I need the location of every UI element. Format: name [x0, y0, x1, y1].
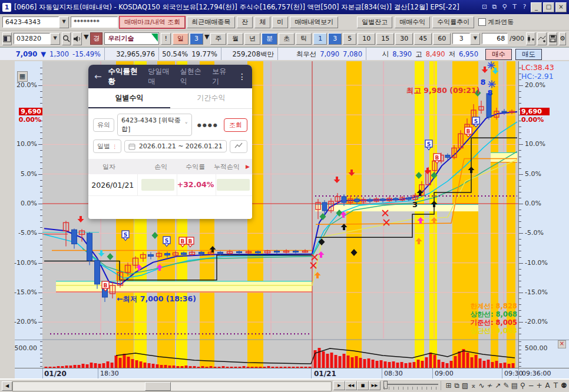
popup-menu-holding[interactable]: 보유기: [212, 67, 231, 87]
help-icon[interactable]: ?: [520, 2, 530, 12]
minute-10[interactable]: 10: [358, 33, 375, 45]
maximize-button[interactable]: □: [543, 2, 554, 12]
period-틱[interactable]: 틱: [296, 33, 312, 45]
dropdown-icon[interactable]: ▼: [204, 33, 209, 45]
password-input[interactable]: [71, 16, 118, 28]
cascade-windows-icon[interactable]: ⧉: [452, 381, 461, 390]
button-체[interactable]: 체: [254, 16, 270, 28]
duplicate-icon[interactable]: ⧉: [489, 2, 499, 12]
minute-15[interactable]: 15: [376, 33, 394, 45]
profit-rate-popup: ← 수익률현황 당일매매 실현손익 보유기 ⋮ 일별수익 기간수익 유의 642…: [88, 65, 252, 219]
scrollbar-thumb[interactable]: [145, 382, 171, 391]
bar-count-input[interactable]: [482, 33, 508, 44]
gear-icon[interactable]: ⚙: [559, 32, 566, 45]
button-일별잔고[interactable]: 일별잔고: [357, 16, 392, 28]
horizontal-line-tool-icon[interactable]: ⌅: [469, 381, 478, 390]
popup-account-select[interactable]: 6423-4343 [위탁종합] ˅: [117, 114, 192, 136]
chart-view-button[interactable]: [230, 140, 247, 153]
account-field[interactable]: 6423-4343: [2, 16, 59, 28]
account-combo[interactable]: 6423-4343 ▼: [2, 16, 69, 28]
button-잔[interactable]: 잔: [237, 16, 253, 28]
minute-3[interactable]: 3: [328, 33, 342, 45]
slope-tool-icon[interactable]: ↗: [494, 381, 502, 390]
account-dropdown-icon[interactable]: ▼: [59, 16, 69, 28]
table-row[interactable]: 2026/01/21 +32.04%: [88, 174, 252, 196]
period-주[interactable]: 주: [210, 33, 226, 45]
search-icon[interactable]: [62, 32, 71, 45]
tick-dropdown-icon[interactable]: ▼: [470, 33, 480, 45]
close-button[interactable]: ×: [555, 2, 567, 12]
pen-tool-icon[interactable]: ✎: [502, 381, 511, 390]
period-분[interactable]: 분: [262, 33, 277, 45]
kebab-menu-icon[interactable]: ⋮: [238, 72, 246, 81]
sell-button[interactable]: 매도: [515, 49, 542, 60]
speed-slider[interactable]: [384, 384, 438, 385]
export-image-icon[interactable]: ▤: [510, 381, 519, 390]
tab-period-profit[interactable]: 기간수익: [170, 88, 252, 108]
stock-name-field[interactable]: 우리기술: [104, 32, 159, 45]
period-3[interactable]: 3: [190, 33, 203, 45]
tab-daily-profit[interactable]: 일별수익: [88, 88, 170, 108]
font-size-icon[interactable]: T: [510, 2, 520, 12]
merge-window-icon[interactable]: ⊞: [444, 381, 453, 390]
line-add-icon[interactable]: [537, 32, 547, 45]
region-select-icon[interactable]: ▨: [461, 381, 469, 390]
scroll-left-button[interactable]: ◀: [2, 381, 12, 391]
chart-window-icon[interactable]: [2, 32, 12, 45]
button-미[interactable]: 미: [272, 16, 288, 28]
speaker-icon[interactable]: [72, 32, 82, 45]
minimize-button[interactable]: _: [531, 2, 542, 12]
period-일[interactable]: 일: [173, 33, 188, 45]
period-년[interactable]: 년: [244, 33, 260, 45]
wave-tool-icon[interactable]: ∿: [477, 381, 486, 390]
back-arrow-icon[interactable]: ←: [94, 71, 102, 82]
volume-close-icon[interactable]: ×: [558, 340, 566, 348]
trend-line-tool-icon[interactable]: ≁: [485, 381, 494, 390]
buy-button[interactable]: 매수: [485, 49, 512, 60]
period-월[interactable]: 월: [227, 33, 243, 45]
button-최근매매종목[interactable]: 최근매매종목: [187, 16, 235, 28]
candle-add-icon[interactable]: [526, 32, 535, 45]
text-tool-icon[interactable]: A: [543, 381, 552, 390]
compare-tool-icon[interactable]: ⚉: [560, 381, 568, 390]
save-icon[interactable]: [548, 32, 557, 45]
popup-menu-realized[interactable]: 실현손익: [180, 67, 206, 87]
stop-button[interactable]: ■: [357, 381, 369, 390]
button-매매수익[interactable]: 매매수익: [395, 16, 430, 28]
alert-button[interactable]: !: [161, 33, 170, 45]
minute-5[interactable]: 5: [343, 33, 356, 45]
chart-scrollbar[interactable]: [12, 381, 332, 391]
button-수익률추이[interactable]: 수익률추이: [432, 16, 474, 28]
button-매매내역보기[interactable]: 매매내역보기: [290, 16, 338, 28]
caution-chip[interactable]: 유의: [93, 118, 114, 132]
zoom-tool-icon[interactable]: ⚲: [518, 381, 527, 390]
stock-code-field[interactable]: 032820: [14, 33, 50, 44]
speaker-dropdown-icon[interactable]: ▼: [84, 33, 88, 45]
grid-view-icon[interactable]: ▦: [17, 71, 28, 82]
minute-30[interactable]: 30: [395, 33, 413, 45]
button-매매마크/내역 조회[interactable]: 매매마크/내역 조회: [120, 16, 185, 28]
play-button[interactable]: ▶: [333, 381, 345, 390]
forward-button[interactable]: ▶▶: [369, 381, 381, 390]
pin-icon[interactable]: ⚲: [499, 2, 510, 12]
tick-select[interactable]: 3: [452, 33, 470, 44]
stock-code-dropdown-icon[interactable]: ▼: [50, 33, 60, 45]
zoom-in-icon[interactable]: +: [535, 381, 544, 390]
rewind-button[interactable]: ◀◀: [345, 381, 357, 390]
minute-45[interactable]: 45: [414, 33, 432, 45]
zoom-out-icon[interactable]: −: [527, 381, 535, 390]
tick-combo[interactable]: 3 ▼: [452, 33, 480, 45]
minute-1[interactable]: 1: [313, 33, 327, 45]
popout-icon[interactable]: ⊡: [479, 2, 489, 12]
period-초[interactable]: 초: [279, 33, 295, 45]
date-range-field[interactable]: 2026.01.21 ~ 2026.01.21: [124, 140, 227, 152]
font-style-tool-icon[interactable]: T: [551, 381, 560, 390]
scroll-right-icon[interactable]: ▶: [246, 164, 252, 170]
query-button[interactable]: 조회: [224, 118, 247, 132]
popup-menu-daytrade[interactable]: 당일매매: [148, 67, 174, 87]
stock-code-combo[interactable]: 032820 ▼: [14, 33, 60, 45]
minute-60[interactable]: 60: [433, 33, 451, 45]
volume-bar: [355, 356, 358, 368]
daily-chip[interactable]: 일별 ⋮: [93, 139, 121, 153]
account-link-checkbox[interactable]: [478, 18, 486, 26]
